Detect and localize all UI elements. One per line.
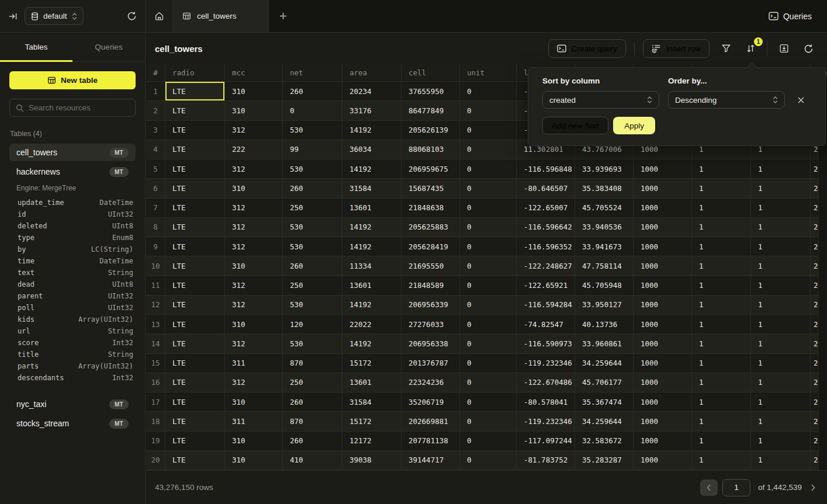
- table-cell[interactable]: 15172: [342, 412, 402, 430]
- table-cell[interactable]: 870: [283, 412, 342, 430]
- table-cell[interactable]: 31584: [342, 392, 402, 411]
- table-cell[interactable]: 311: [225, 354, 283, 373]
- next-page-button[interactable]: [811, 484, 815, 491]
- table-cell[interactable]: LTE: [165, 392, 225, 411]
- table-cell[interactable]: 530: [283, 218, 342, 237]
- table-cell[interactable]: 35.283287: [575, 451, 634, 470]
- table-cell[interactable]: 312: [225, 121, 283, 140]
- table-cell[interactable]: LTE: [165, 296, 225, 314]
- table-cell[interactable]: 33.939693: [575, 159, 634, 178]
- table-cell[interactable]: 0: [460, 237, 517, 256]
- search-input[interactable]: [29, 103, 132, 112]
- table-cell[interactable]: 45.706177: [575, 373, 634, 392]
- table-cell[interactable]: 310: [225, 179, 283, 197]
- table-cell[interactable]: 1: [751, 373, 811, 392]
- home-button[interactable]: [146, 0, 173, 32]
- sort-order-select[interactable]: Descending: [668, 91, 785, 109]
- table-cell[interactable]: 1000: [634, 392, 692, 411]
- table-cell[interactable]: 35.367474: [575, 392, 634, 411]
- table-cell[interactable]: -81.783752: [517, 451, 575, 470]
- table-cell[interactable]: 40.13736: [575, 315, 634, 333]
- insert-row-button[interactable]: Insert row: [643, 39, 710, 58]
- table-cell[interactable]: 0: [460, 373, 517, 392]
- table-cell[interactable]: 1000: [634, 315, 692, 333]
- table-cell[interactable]: 1: [692, 237, 751, 256]
- column-header-unit[interactable]: unit: [460, 64, 517, 81]
- table-cell[interactable]: 201376787: [402, 354, 460, 373]
- table-cell[interactable]: 310: [225, 432, 283, 450]
- table-cell[interactable]: 1: [751, 159, 811, 178]
- table-cell[interactable]: LTE: [165, 315, 225, 333]
- table-cell[interactable]: 1: [751, 392, 811, 411]
- table-cell[interactable]: 36034: [342, 140, 402, 159]
- table-cell[interactable]: 35.383408: [575, 179, 634, 197]
- table-cell[interactable]: 0: [460, 354, 517, 373]
- table-cell[interactable]: 0: [460, 412, 517, 430]
- table-cell[interactable]: 1: [692, 432, 751, 450]
- table-cell[interactable]: -116.596352: [517, 237, 575, 256]
- filter-button[interactable]: [718, 40, 734, 57]
- table-cell[interactable]: 260: [283, 392, 342, 411]
- table-cell[interactable]: 250: [283, 373, 342, 392]
- selected-cell[interactable]: LTE: [165, 82, 225, 100]
- table-cell[interactable]: LTE: [165, 237, 225, 256]
- table-cell[interactable]: 120: [283, 315, 342, 333]
- table-cell[interactable]: -122.65921: [517, 276, 575, 295]
- table-cell[interactable]: 1: [692, 451, 751, 470]
- table-cell[interactable]: 1000: [634, 296, 692, 314]
- table-cell[interactable]: 206956338: [402, 334, 460, 353]
- table-cell[interactable]: 260: [283, 179, 342, 197]
- table-cell[interactable]: 870: [283, 354, 342, 373]
- table-cell[interactable]: 1: [692, 276, 751, 295]
- sidebar-item-cell_towers[interactable]: cell_towersMT: [9, 144, 136, 161]
- table-cell[interactable]: -80.646507: [517, 179, 575, 197]
- table-cell[interactable]: 14192: [342, 296, 402, 314]
- column-header-mcc[interactable]: mcc: [225, 64, 283, 81]
- tab-tables[interactable]: Tables: [0, 33, 72, 61]
- table-cell[interactable]: 14192: [342, 218, 402, 237]
- table-cell[interactable]: -122.248627: [517, 256, 575, 275]
- sidebar-refresh-button[interactable]: [127, 11, 137, 21]
- table-cell[interactable]: 312: [225, 237, 283, 256]
- table-cell[interactable]: 310: [225, 315, 283, 333]
- table-cell[interactable]: 0: [460, 159, 517, 178]
- table-cell[interactable]: 1000: [634, 451, 692, 470]
- table-cell[interactable]: -116.590973: [517, 334, 575, 353]
- table-cell[interactable]: 15687435: [402, 179, 460, 197]
- column-header-row-number[interactable]: #: [146, 64, 165, 81]
- table-cell[interactable]: 311: [225, 412, 283, 430]
- queries-button[interactable]: Queries: [769, 0, 812, 32]
- table-cell[interactable]: 0: [460, 121, 517, 140]
- table-cell[interactable]: 0: [460, 334, 517, 353]
- remove-sort-button[interactable]: [798, 97, 804, 103]
- table-cell[interactable]: 13601: [342, 373, 402, 392]
- table-cell[interactable]: 0: [460, 432, 517, 450]
- table-cell[interactable]: 260: [283, 256, 342, 275]
- table-cell[interactable]: LTE: [165, 354, 225, 373]
- sidebar-item-nyc_taxi[interactable]: nyc_taxiMT: [9, 395, 136, 413]
- table-cell[interactable]: 410: [283, 451, 342, 470]
- column-header-radio[interactable]: radio: [165, 64, 225, 81]
- table-cell[interactable]: LTE: [165, 256, 225, 275]
- table-cell[interactable]: 530: [283, 334, 342, 353]
- table-cell[interactable]: 312: [225, 199, 283, 217]
- sort-column-select[interactable]: created: [542, 91, 659, 109]
- table-cell[interactable]: 1: [751, 334, 811, 353]
- table-cell[interactable]: 260: [283, 82, 342, 100]
- table-cell[interactable]: 32.583672: [575, 432, 634, 450]
- table-cell[interactable]: 205628419: [402, 237, 460, 256]
- table-cell[interactable]: -80.578041: [517, 392, 575, 411]
- table-cell[interactable]: 11334: [342, 256, 402, 275]
- table-cell[interactable]: 1: [751, 237, 811, 256]
- table-cell[interactable]: 0: [460, 199, 517, 217]
- table-cell[interactable]: LTE: [165, 121, 225, 140]
- table-cell[interactable]: 21695550: [402, 256, 460, 275]
- table-cell[interactable]: 1: [692, 256, 751, 275]
- table-cell[interactable]: 530: [283, 159, 342, 178]
- table-cell[interactable]: 312: [225, 373, 283, 392]
- table-cell[interactable]: 310: [225, 101, 283, 120]
- table-cell[interactable]: 86477849: [402, 101, 460, 120]
- table-cell[interactable]: 0: [460, 276, 517, 295]
- table-cell[interactable]: 530: [283, 121, 342, 140]
- table-cell[interactable]: LTE: [165, 334, 225, 353]
